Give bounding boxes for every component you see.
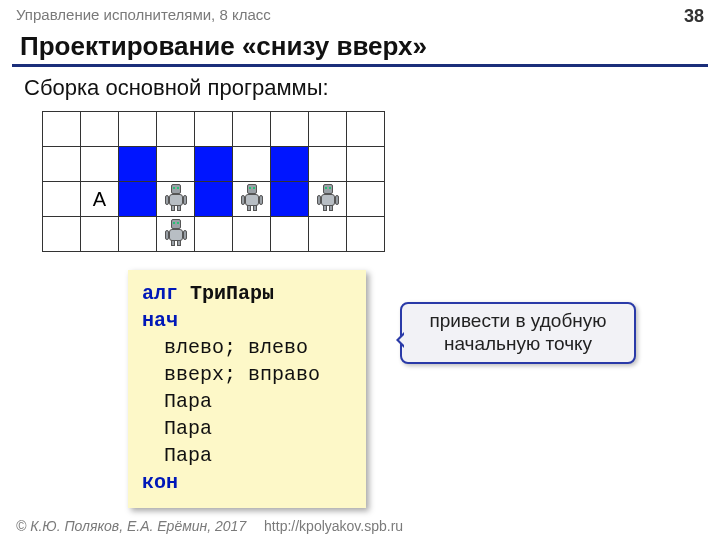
robot-icon — [163, 184, 189, 210]
page-number: 38 — [684, 6, 704, 27]
code-line: Пара — [142, 415, 352, 442]
robot-icon — [239, 184, 265, 210]
code-line: влево; влево — [142, 334, 352, 361]
footer-url: http://kpolyakov.spb.ru — [264, 518, 403, 534]
footer: © К.Ю. Поляков, Е.А. Ерёмин, 2017 http:/… — [16, 518, 403, 534]
code-line: Пара — [142, 388, 352, 415]
grid-diagram: А — [42, 111, 720, 252]
slide-subtitle: Сборка основной программы: — [0, 75, 720, 111]
cell-label-A: А — [81, 182, 119, 217]
kw-begin: нач — [142, 309, 178, 332]
title-rule — [12, 64, 708, 67]
slide-title: Проектирование «снизу вверх» — [0, 27, 720, 64]
robot-icon — [315, 184, 341, 210]
topic-label: Управление исполнителями, 8 класс — [16, 6, 271, 27]
callout-box: привести в удобную начальную точку — [400, 302, 636, 364]
callout-line: начальную точку — [412, 333, 624, 356]
copyright: © К.Ю. Поляков, Е.А. Ерёмин, 2017 — [16, 518, 246, 534]
code-line: Пара — [142, 442, 352, 469]
kw-end: кон — [142, 471, 178, 494]
robot-icon — [163, 219, 189, 245]
callout-line: привести в удобную — [412, 310, 624, 333]
code-block: алг ТриПары нач влево; влево вверх; впра… — [128, 270, 366, 508]
code-line: вверх; вправо — [142, 361, 352, 388]
alg-name: ТриПары — [190, 282, 274, 305]
kw-alg: алг — [142, 282, 178, 305]
